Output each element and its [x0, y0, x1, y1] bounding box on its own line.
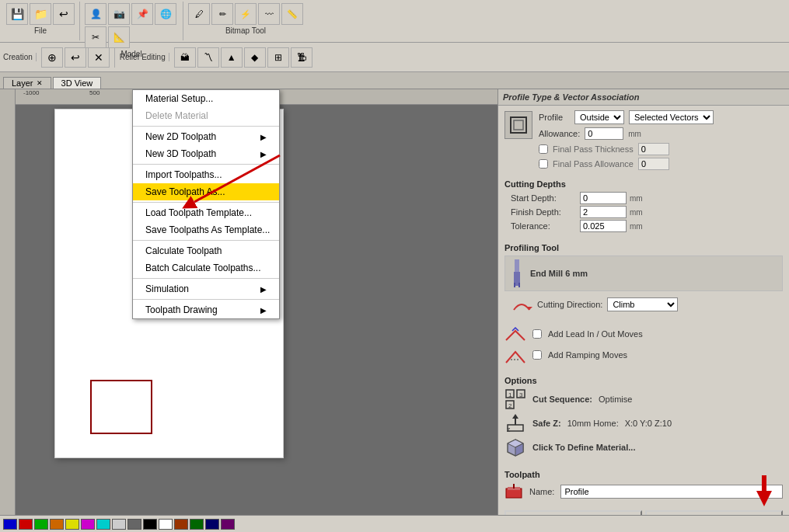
tab-3dview[interactable]: 3D View	[53, 77, 102, 89]
relief-btn3[interactable]: ▲	[221, 47, 243, 68]
allowance-unit: mm	[628, 130, 641, 138]
bitmap-btn5[interactable]: 📏	[281, 3, 303, 25]
menu-item-new-2d[interactable]: New 2D Toolpath ▶	[133, 128, 279, 145]
bitmap-btn3[interactable]: ⚡	[235, 3, 257, 25]
start-depth-label: Start Depth:	[511, 193, 577, 203]
lead-in-icon	[504, 325, 526, 343]
tab-layer[interactable]: Layer ✕	[3, 77, 51, 89]
color-red[interactable]	[19, 519, 33, 530]
menu-item-save-as[interactable]: Save Toolpath As...	[133, 183, 279, 200]
relief-btn5[interactable]: ⊞	[267, 47, 289, 68]
color-gray[interactable]	[127, 519, 141, 530]
relief-btn1[interactable]: 🏔	[174, 47, 196, 68]
bitmap-btn2[interactable]: ✏	[211, 3, 233, 25]
start-depth-input[interactable]	[580, 192, 627, 204]
model-btn1[interactable]: 👤	[85, 3, 106, 25]
menu-item-simulation[interactable]: Simulation ▶	[133, 280, 279, 297]
color-green[interactable]	[34, 519, 48, 530]
file-section: 💾 📁 ↩ File	[2, 2, 80, 40]
bitmap-section: 🖊 ✏ ⚡ 〰 📏 Bitmap Tool	[183, 2, 308, 40]
cutting-direction-select[interactable]: Climb Conventional	[607, 297, 678, 311]
menu-item-import[interactable]: Import Toolpaths...	[133, 166, 279, 183]
color-black[interactable]	[143, 519, 157, 530]
svg-rect-7	[518, 283, 520, 287]
menu-item-save-template[interactable]: Save Toolpaths As Template...	[133, 221, 279, 238]
cut-sequence-label: Cut Sequence:	[532, 395, 592, 404]
allowance-label: Allowance:	[539, 129, 580, 138]
color-darkgreen[interactable]	[190, 519, 204, 530]
color-orange[interactable]	[50, 519, 64, 530]
open-btn[interactable]: 📁	[30, 3, 51, 25]
toolpath-section: Toolpath Name:	[498, 467, 789, 507]
final-pass-allowance-input[interactable]	[638, 158, 669, 170]
bitmap-btn1[interactable]: 🖊	[188, 3, 210, 25]
menu-item-batch-calculate[interactable]: Batch Calculate Toolpaths...	[133, 259, 279, 276]
right-panel-title: Profile Type & Vector Association	[498, 89, 789, 106]
color-brown[interactable]	[174, 519, 188, 530]
lead-in-checkbox[interactable]	[532, 329, 542, 339]
color-cyan[interactable]	[96, 519, 110, 530]
lead-in-label: Add Lead In / Out Moves	[548, 329, 643, 339]
tab-bar: Layer ✕ 3D View	[0, 72, 789, 89]
model-btn6[interactable]: 📐	[108, 26, 130, 48]
tool-row[interactable]: End Mill 6 mm	[504, 256, 783, 291]
color-darkpurple[interactable]	[221, 519, 235, 530]
finish-depth-label: Finish Depth:	[511, 207, 577, 217]
cutting-depths-header: Cutting Depths	[504, 179, 783, 189]
tolerance-input[interactable]	[580, 220, 627, 232]
relief-btn2[interactable]: 〽	[197, 47, 219, 68]
toolbar2-btn1[interactable]: ⊕	[41, 47, 63, 68]
color-purple[interactable]	[81, 519, 95, 530]
toolpath-name-label: Name:	[529, 487, 554, 496]
menu-item-calculate[interactable]: Calculate Toolpath	[133, 242, 279, 259]
final-pass-allowance-row: Final Pass Allowance	[504, 158, 783, 170]
color-white[interactable]	[159, 519, 173, 530]
file-label: File	[34, 26, 47, 35]
menu-item-toolpath-drawing[interactable]: Toolpath Drawing ▶	[133, 301, 279, 318]
allowance-input[interactable]	[585, 127, 623, 140]
relief-btn4[interactable]: ◆	[244, 47, 266, 68]
define-material-row[interactable]: Click To Define Material...	[504, 436, 783, 458]
save-btn[interactable]: 💾	[6, 3, 28, 25]
final-pass-thickness-checkbox[interactable]	[539, 144, 548, 154]
final-pass-thickness-input[interactable]	[638, 143, 669, 155]
tab-close-icon[interactable]: ✕	[37, 79, 43, 87]
final-pass-allowance-checkbox[interactable]	[539, 159, 548, 169]
ramping-checkbox[interactable]	[532, 350, 542, 360]
color-navy[interactable]	[205, 519, 219, 530]
model-btn3[interactable]: 📌	[131, 3, 153, 25]
right-panel: Profile Type & Vector Association Profil…	[497, 89, 789, 515]
profile-select[interactable]: Outside Inside On	[574, 110, 624, 124]
toolpath-name-input[interactable]	[560, 485, 783, 499]
document-border	[90, 380, 152, 434]
finish-depth-input[interactable]	[580, 206, 627, 218]
menu-item-load-template[interactable]: Load Toolpath Template...	[133, 204, 279, 221]
menu-item-material-setup[interactable]: Material Setup...	[133, 90, 279, 107]
ramping-label: Add Ramping Moves	[548, 350, 627, 360]
toolbar2-btn3[interactable]: ✕	[88, 47, 110, 68]
submenu-arrow: ▶	[260, 133, 267, 141]
cutting-direction-label: Cutting Direction:	[537, 300, 602, 309]
cutting-direction-icon	[511, 296, 532, 313]
left-ruler	[0, 89, 16, 515]
tolerance-label: Tolerance:	[511, 221, 577, 231]
svg-rect-2	[511, 117, 526, 133]
relief-btn6[interactable]: 🗜	[291, 47, 312, 68]
svg-text:Z: Z	[507, 427, 511, 433]
model-btn2[interactable]: 📷	[108, 3, 130, 25]
canvas-area: -1000 500 1000 1500 Material Setup...	[0, 89, 497, 515]
undo-btn[interactable]: ↩	[53, 3, 75, 25]
model-btn4[interactable]: 🌐	[155, 3, 176, 25]
model-btn5[interactable]: ✂	[85, 26, 106, 48]
toolbar2-btn2[interactable]: ↩	[65, 47, 86, 68]
color-blue[interactable]	[3, 519, 17, 530]
bitmap-btn4[interactable]: 〰	[258, 3, 280, 25]
lead-in-row: Add Lead In / Out Moves	[504, 325, 783, 343]
context-menu: Material Setup... Delete Material New 2D…	[132, 89, 280, 319]
bottom-color-bar	[0, 515, 789, 532]
vectors-select[interactable]: Selected Vectors All Vectors	[629, 110, 714, 124]
color-yellow[interactable]	[65, 519, 79, 530]
safe-z-row: Z Safe Z: 10mm Home: X:0 Y:0 Z:10	[504, 412, 783, 434]
menu-item-new-3d[interactable]: New 3D Toolpath ▶	[133, 145, 279, 162]
color-lightgray[interactable]	[112, 519, 126, 530]
